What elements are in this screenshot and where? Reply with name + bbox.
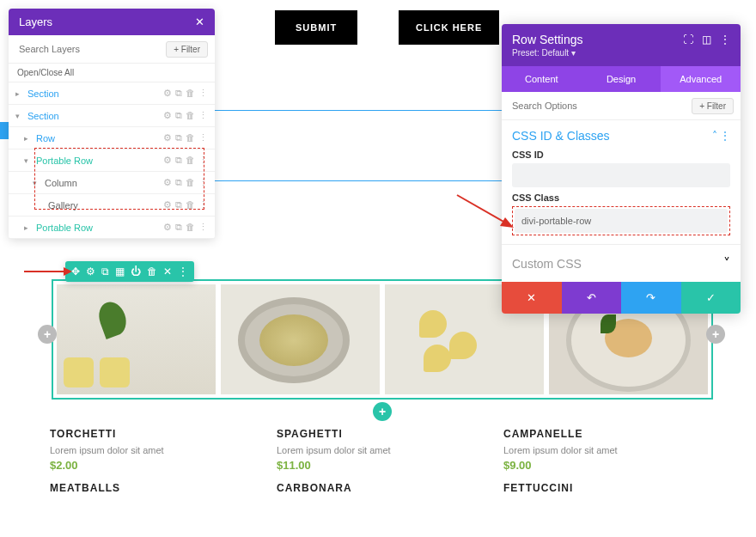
layer-item-row[interactable]: ▸ Row ⚙⧉🗑⋮ (9, 127, 215, 150)
chevron-down-icon: ▾ (33, 179, 41, 187)
css-class-input[interactable] (515, 209, 728, 233)
columns-icon[interactable]: ▦ (115, 265, 125, 278)
duplicate-icon[interactable]: ⧉ (175, 199, 182, 211)
submit-button[interactable]: SUBMIT (275, 10, 357, 45)
menu-item: CARBONARA (277, 482, 486, 499)
more-icon[interactable]: ⋮ (720, 34, 730, 46)
chevron-right-icon: ▸ (24, 134, 33, 143)
css-class-label: CSS Class (512, 192, 730, 203)
trash-icon[interactable]: 🗑 (186, 222, 195, 233)
duplicate-icon[interactable]: ⧉ (175, 110, 182, 121)
more-icon[interactable]: ⋮ (198, 199, 208, 211)
gear-icon[interactable]: ⚙ (163, 88, 172, 99)
more-icon[interactable]: ⋮ (178, 265, 188, 278)
more-icon[interactable]: ⋮ (198, 177, 208, 188)
chevron-up-icon[interactable]: ˄ ⋮ (712, 130, 730, 142)
preset-dropdown[interactable]: Preset: Default ▾ (512, 48, 730, 58)
trash-icon[interactable]: 🗑 (186, 155, 195, 166)
duplicate-icon[interactable]: ⧉ (101, 265, 109, 278)
settings-filter-button[interactable]: + Filter (692, 98, 734, 114)
css-id-input[interactable] (512, 163, 730, 187)
gallery-image[interactable] (221, 284, 380, 394)
duplicate-icon[interactable]: ⧉ (175, 132, 182, 143)
gear-icon[interactable]: ⚙ (163, 132, 172, 143)
search-layers-input[interactable] (15, 40, 166, 58)
more-icon[interactable]: ⋮ (198, 132, 208, 143)
tab-content[interactable]: Content (502, 66, 582, 92)
duplicate-icon[interactable]: ⧉ (175, 88, 182, 99)
menu-grid: TORCHETTI Lorem ipsum dolor sit amet $2.… (50, 428, 713, 499)
chevron-down-icon: ▾ (24, 156, 33, 165)
layers-header: Layers ✕ (9, 9, 215, 35)
trash-icon[interactable]: 🗑 (186, 132, 195, 143)
gear-icon[interactable]: ⚙ (163, 222, 172, 233)
menu-item: FETTUCCINI (503, 482, 713, 499)
trash-icon[interactable]: 🗑 (186, 199, 195, 211)
gear-icon[interactable]: ⚙ (163, 177, 172, 188)
layer-actions: ⚙⧉🗑⋮ (163, 88, 208, 99)
power-icon[interactable]: ⏻ (131, 265, 141, 278)
trash-icon[interactable]: 🗑 (186, 88, 195, 99)
save-button[interactable]: ✓ (681, 282, 741, 314)
css-id-classes-section: CSS ID & Classes ˄ ⋮ CSS ID CSS Class (502, 120, 741, 244)
svg-line-2 (457, 195, 505, 223)
add-row-button[interactable]: + (373, 402, 392, 421)
duplicate-icon[interactable]: ⧉ (175, 222, 182, 233)
settings-search-row: + Filter (502, 92, 741, 120)
svg-marker-3 (500, 217, 514, 228)
row-toolbar: ✥ ⚙ ⧉ ▦ ⏻ 🗑 ✕ ⋮ (65, 261, 194, 282)
open-close-all[interactable]: Open/Close All (9, 64, 215, 82)
menu-item: TORCHETTI Lorem ipsum dolor sit amet $2.… (50, 428, 259, 472)
layers-title: Layers (19, 15, 52, 28)
columns-icon[interactable]: ◫ (702, 34, 711, 46)
duplicate-icon[interactable]: ⧉ (175, 177, 182, 188)
section-title: CSS ID & Classes (512, 129, 610, 143)
svg-marker-1 (64, 267, 72, 276)
layers-filter-button[interactable]: + Filter (166, 41, 208, 58)
expand-icon[interactable]: ⛶ (683, 34, 693, 46)
gear-icon[interactable]: ⚙ (163, 110, 172, 121)
layer-item-portable-row[interactable]: ▾ Portable Row ⚙⧉🗑⋮ (9, 150, 215, 172)
menu-item: SPAGHETTI Lorem ipsum dolor sit amet $11… (277, 428, 486, 472)
move-icon[interactable]: ✥ (71, 265, 80, 278)
chevron-right-icon: ▸ (24, 223, 33, 232)
layers-panel: Layers ✕ + Filter Open/Close All ▸ Secti… (9, 9, 215, 239)
trash-icon[interactable]: 🗑 (186, 177, 195, 188)
more-icon[interactable]: ⋮ (198, 222, 208, 233)
close-icon[interactable]: ✕ (163, 265, 172, 278)
layer-item-portable-row[interactable]: ▸ Portable Row ⚙⧉🗑⋮ (9, 217, 215, 239)
layer-item-gallery[interactable]: Gallery ⚙⧉🗑⋮ (9, 194, 215, 217)
close-icon[interactable]: ✕ (195, 15, 204, 28)
redo-button[interactable]: ↷ (621, 282, 681, 314)
custom-css-section[interactable]: Custom CSS ˅ (502, 244, 741, 282)
more-icon[interactable]: ⋮ (198, 110, 208, 121)
arrow-annotation (24, 266, 72, 277)
layers-search-row: + Filter (9, 35, 215, 64)
search-options-input[interactable] (509, 97, 692, 114)
tab-design[interactable]: Design (582, 66, 662, 92)
arrow-annotation (455, 193, 515, 232)
add-button[interactable]: + (706, 325, 725, 344)
settings-tabs: Content Design Advanced (502, 66, 741, 92)
row-settings-panel: Row Settings ⛶ ◫ ⋮ Preset: Default ▾ Con… (502, 24, 741, 314)
more-icon[interactable]: ⋮ (198, 88, 208, 99)
click-here-button[interactable]: CLICK HERE (399, 10, 499, 45)
gear-icon[interactable]: ⚙ (163, 199, 172, 211)
trash-icon[interactable]: 🗑 (186, 110, 195, 121)
gear-icon[interactable]: ⚙ (86, 265, 95, 278)
gear-icon[interactable]: ⚙ (163, 155, 172, 166)
tab-advanced[interactable]: Advanced (661, 66, 741, 92)
duplicate-icon[interactable]: ⧉ (175, 155, 182, 166)
css-id-label: CSS ID (512, 150, 730, 160)
menu-item: CAMPANELLE Lorem ipsum dolor sit amet $9… (503, 428, 713, 472)
settings-title: Row Settings (512, 33, 582, 46)
add-button[interactable]: + (38, 325, 57, 344)
undo-button[interactable]: ↶ (562, 282, 622, 314)
gallery-image[interactable] (57, 284, 216, 394)
layer-item-section[interactable]: ▾ Section ⚙⧉🗑⋮ (9, 105, 215, 127)
cancel-button[interactable]: ✕ (502, 282, 562, 314)
trash-icon[interactable]: 🗑 (147, 265, 157, 278)
layer-item-column[interactable]: ▾ Column ⚙⧉🗑⋮ (9, 172, 215, 194)
more-icon[interactable]: ⋮ (198, 155, 208, 166)
layer-item-section[interactable]: ▸ Section ⚙⧉🗑⋮ (9, 82, 215, 105)
